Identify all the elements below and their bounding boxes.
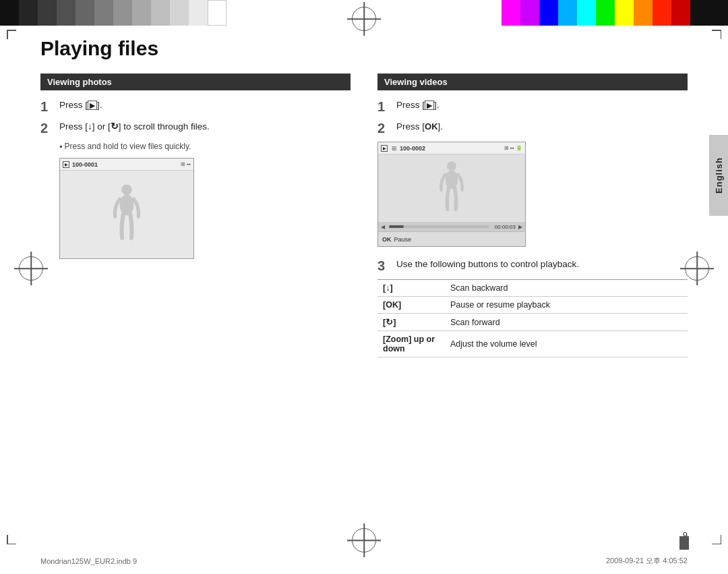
color-block	[520, 0, 539, 26]
corner-mark-tl	[7, 30, 27, 50]
color-block	[57, 0, 75, 26]
color-block	[113, 0, 132, 26]
color-block	[577, 0, 596, 26]
viewing-videos-header: Viewing videos	[377, 74, 688, 90]
viewing-photos-section: Viewing photos 1 Press [▶]. 2 Press [↓] …	[40, 74, 351, 357]
camera-screen-body	[60, 171, 193, 258]
control-button-1: [↓]	[377, 280, 445, 297]
svg-point-0	[121, 184, 132, 195]
control-action-3: Scan forward	[445, 314, 688, 331]
footer-right: 2009-09-21 오후 4:05:52	[606, 556, 688, 566]
camera-top-bar: ▶ 100-0001 ⊞ ▪▪	[60, 159, 193, 171]
control-button-2: [OK]	[377, 297, 445, 314]
video-progress-fill	[389, 225, 404, 228]
color-block	[38, 0, 57, 26]
color-block	[502, 0, 520, 26]
svg-point-1	[120, 194, 134, 215]
main-content: Playing files Viewing photos 1 Press [▶]…	[40, 37, 688, 534]
video-screen-mockup: ▶ ⊞ 100-0002 ⊞ ▪▪ 🔋	[377, 142, 526, 247]
columns-container: Viewing photos 1 Press [▶]. 2 Press [↓] …	[40, 74, 688, 357]
step-3-videos: 3 Use the following buttons to control p…	[377, 258, 688, 274]
video-timestamp: 00:00:03	[495, 224, 516, 230]
color-block	[558, 0, 577, 26]
step-1-videos: 1 Press [▶].	[377, 98, 688, 115]
step-number-3-videos: 3	[377, 258, 392, 274]
table-row: [Zoom] up or down Adjust the volume leve…	[377, 331, 688, 357]
control-action-2: Pause or resume playback	[445, 297, 688, 314]
controls-table: [↓] Scan backward [OK] Pause or resume p…	[377, 279, 688, 357]
person-silhouette	[107, 183, 147, 247]
video-progress-bar-row: ◀ 00:00:03 ▶	[378, 222, 525, 231]
video-icons-right: ⊞ ▪▪ 🔋	[504, 145, 522, 151]
control-button-4: [Zoom] up or down	[377, 331, 445, 357]
color-block	[690, 0, 709, 26]
right-color-strip	[502, 0, 728, 26]
viewing-photos-header: Viewing photos	[40, 74, 351, 90]
color-block	[132, 0, 151, 26]
corner-mark-br	[701, 524, 721, 544]
crosshair-right	[685, 256, 709, 281]
footer: Mondrian125W_EUR2.indb 9 2009-09-21 오후 4…	[40, 556, 688, 566]
video-top-bar: ▶ ⊞ 100-0002 ⊞ ▪▪ 🔋	[378, 142, 525, 154]
color-block	[634, 0, 653, 26]
color-block	[615, 0, 634, 26]
footer-left: Mondrian125W_EUR2.indb 9	[40, 557, 137, 565]
step-2-photos: 2 Press [↓] or [↻] to scroll through fil…	[40, 120, 351, 136]
color-block	[19, 0, 38, 26]
color-block	[208, 0, 226, 26]
video-person-silhouette	[435, 160, 468, 217]
video-progress-bar	[389, 225, 489, 228]
sidebar-language-label: English	[711, 150, 727, 200]
step-number-2-videos: 2	[377, 120, 392, 136]
color-block	[151, 0, 170, 26]
color-block	[539, 0, 558, 26]
step-1-videos-text: Press [▶].	[396, 98, 688, 112]
sidebar-english: English	[709, 135, 728, 216]
video-screen-body	[378, 154, 525, 222]
color-block	[0, 0, 19, 26]
color-block	[94, 0, 113, 26]
svg-point-2	[447, 161, 456, 171]
step-2-videos-text: Press [OK].	[396, 120, 688, 134]
color-block	[189, 0, 208, 26]
corner-mark-bl	[7, 524, 27, 544]
color-block	[75, 0, 94, 26]
camera-screen-mockup: ▶ 100-0001 ⊞ ▪▪	[59, 158, 194, 259]
step-3-videos-text: Use the following buttons to control pla…	[396, 258, 688, 271]
control-action-4: Adjust the volume level	[445, 331, 688, 357]
play-icon: ▶	[63, 161, 69, 168]
video-filename: 100-0002	[400, 145, 425, 152]
camera-icons-right: ⊞ ▪▪	[181, 161, 191, 167]
step-number-1-photos: 1	[40, 98, 55, 115]
step-number-1-videos: 1	[377, 98, 392, 115]
video-ok-label: OK	[382, 236, 392, 243]
step-2-videos: 2 Press [OK].	[377, 120, 688, 136]
color-block	[596, 0, 615, 26]
step-number-2-photos: 2	[40, 120, 55, 136]
left-color-strip	[0, 0, 226, 26]
table-row: [OK] Pause or resume playback	[377, 297, 688, 314]
color-block	[170, 0, 189, 26]
crosshair-left	[19, 256, 43, 281]
video-controls-bar: OK Pause	[378, 231, 525, 246]
table-row: [↻] Scan forward	[377, 314, 688, 331]
svg-point-3	[446, 170, 458, 189]
step-2-photos-text: Press [↓] or [↻] to scroll through files…	[59, 120, 351, 134]
step-1-photos-text: Press [▶].	[59, 98, 351, 112]
viewing-videos-section: Viewing videos 1 Press [▶]. 2 Press [OK]…	[377, 74, 688, 357]
color-block	[709, 0, 728, 26]
color-block	[671, 0, 690, 26]
color-block	[653, 0, 671, 26]
video-play-icon: ▶	[381, 145, 388, 152]
control-action-1: Scan backward	[445, 280, 688, 297]
crosshair-top	[352, 7, 376, 31]
control-button-3: [↻]	[377, 314, 445, 331]
table-row: [↓] Scan backward	[377, 280, 688, 297]
corner-mark-tr	[701, 30, 721, 50]
page-title: Playing files	[40, 37, 688, 60]
step-1-photos: 1 Press [▶].	[40, 98, 351, 115]
page-number-bar	[679, 536, 689, 550]
step-2-photos-note: Press and hold to view files quickly.	[59, 142, 351, 151]
camera-filename: 100-0001	[72, 161, 98, 168]
video-pause-label: Pause	[394, 236, 412, 243]
